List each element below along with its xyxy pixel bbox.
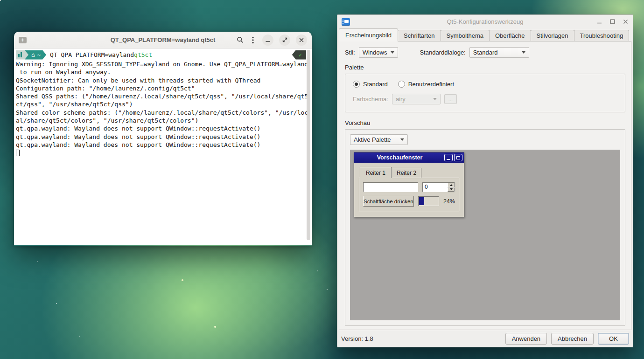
home-icon: ⌂: [31, 52, 35, 58]
preview-window-title: Vorschaufenster: [354, 154, 445, 161]
terminal-line: QSocketNotifier: Can only be used with t…: [16, 76, 312, 84]
colorscheme-browse-button[interactable]: ...: [444, 94, 457, 104]
preview-progressbar: [418, 196, 439, 206]
preview-tab-1: Reiter 1: [360, 167, 392, 178]
menu-kebab-icon[interactable]: [249, 36, 257, 44]
style-label: Stil:: [345, 49, 355, 56]
palette-section-label: Palette: [345, 64, 625, 71]
prompt-path: ~: [37, 52, 41, 58]
preview-window-titlebar: Vorschaufenster: [354, 152, 464, 163]
cancel-button[interactable]: Abbrechen: [551, 333, 594, 345]
qt5ct-app-icon: [342, 18, 350, 25]
spin-up-icon: [448, 183, 455, 187]
colorscheme-label: Farbschema:: [353, 96, 388, 103]
terminal-line: ct/qss", "/usr/share/qt5ct/qss"): [16, 100, 312, 108]
preview-palette-combobox[interactable]: Aktive Palette: [350, 134, 408, 145]
spin-down-icon: [448, 187, 455, 192]
exit-status-badge: ✓: [292, 50, 306, 60]
preview-spinbox: 0: [422, 182, 455, 192]
preview-progress-text: 24%: [443, 198, 455, 205]
terminal-window: QT_QPA_PLATFORM=wayland qt5ct +: [14, 32, 312, 246]
radio-benutzerdefiniert[interactable]: Benutzerdefiniert: [398, 81, 454, 88]
prompt-command: QT_QPA_PLATFORM=wayland: [50, 51, 134, 58]
terminal-line: Shared color scheme paths: ("/home/laure…: [16, 109, 312, 117]
terminal-titlebar[interactable]: QT_QPA_PLATFORM=wayland qt5ct +: [14, 32, 312, 48]
close-button[interactable]: [296, 35, 307, 46]
qt5ct-minimize-button[interactable]: [596, 19, 602, 25]
terminal-line: to run on Wayland anyway.: [16, 68, 312, 76]
chevron-down-icon: [522, 51, 525, 54]
style-combobox[interactable]: Windows: [359, 47, 399, 58]
tab-oberflaeche[interactable]: Oberfläche: [489, 30, 531, 41]
radio-icon: [398, 81, 405, 88]
version-label: Version: 1.8: [341, 335, 373, 342]
ok-button[interactable]: OK: [598, 333, 629, 345]
desktop-wallpaper: QT_QPA_PLATFORM=wayland qt5ct +: [0, 0, 644, 359]
preview-lineedit: [363, 182, 418, 192]
tab-erscheinungsbild[interactable]: Erscheinungsbild: [339, 28, 398, 41]
preview-section-label: Vorschau: [345, 119, 625, 126]
terminal-prompt-row: ⌂ ~ QT_QPA_PLATFORM=wayland qt5ct ✓: [16, 50, 312, 60]
preview-tab-panel: 0 Schaltfläche drücken: [359, 178, 459, 211]
prompt-argument: qt5ct: [134, 51, 152, 58]
radio-standard[interactable]: Standard: [353, 81, 388, 88]
qt5ct-footer: Version: 1.8 Anwenden Abbrechen OK: [337, 330, 633, 347]
wallpaper-stars: [0, 0, 1, 1]
new-tab-icon[interactable]: +: [19, 37, 27, 43]
palette-groupbox: Standard Benutzerdefiniert Farbschema: a…: [345, 74, 625, 112]
tab-symbolthema[interactable]: Symbolthema: [441, 30, 490, 41]
qt5ct-window-title: Qt5-Konfigurationswerkzeug: [337, 18, 633, 25]
terminal-scrollbar[interactable]: [307, 50, 310, 240]
radio-icon: [353, 81, 360, 88]
dialogs-combobox[interactable]: Standard: [469, 47, 529, 58]
preview-maximize-button: [454, 154, 462, 161]
chevron-down-icon: [433, 98, 437, 100]
apply-button[interactable]: Anwenden: [505, 333, 547, 345]
qt5ct-close-button[interactable]: [622, 19, 629, 25]
tab-stilvorlagen[interactable]: Stilvorlagen: [531, 30, 574, 41]
qt5ct-titlebar[interactable]: Qt5-Konfigurationswerkzeug: [337, 15, 633, 28]
check-icon: ✓: [299, 52, 302, 58]
minimize-button[interactable]: [262, 35, 273, 46]
preview-mini-window: Vorschaufenster Reiter 1 Reiter 2: [354, 152, 464, 217]
preview-canvas: Vorschaufenster Reiter 1 Reiter 2: [350, 150, 620, 320]
terminal-line: qt.qpa.wayland: Wayland does not support…: [16, 141, 312, 149]
terminal-line: al/share/qt5ct/colors", "/usr/share/qt5c…: [16, 117, 312, 124]
qt5ct-tabbar: Erscheinungsbild Schriftarten Symbolthem…: [337, 28, 633, 41]
dialogs-label: Standarddialoge:: [420, 49, 465, 56]
preview-pushbutton: Schaltfläche drücken: [363, 196, 414, 207]
chevron-down-icon: [400, 138, 404, 141]
tab-schriftarten[interactable]: Schriftarten: [398, 30, 441, 41]
tab-troubleshooting[interactable]: Troubleshooting: [574, 30, 630, 41]
preview-groupbox: Aktive Palette Vorschaufenster: [345, 129, 625, 326]
preview-tab-2: Reiter 2: [392, 168, 421, 178]
terminal-line: qt.qpa.wayland: Wayland does not support…: [16, 124, 312, 132]
terminal-content[interactable]: ⌂ ~ QT_QPA_PLATFORM=wayland qt5ct ✓ Warn…: [14, 48, 312, 245]
terminal-cursor: [16, 150, 20, 156]
terminal-line: Warning: Ignoring XDG_SESSION_TYPE=wayla…: [16, 60, 312, 68]
restore-button[interactable]: [279, 35, 290, 46]
tab-page-erscheinungsbild: Stil: Windows Standarddialoge: Standard …: [339, 41, 631, 330]
terminal-line: qt.qpa.wayland: Wayland does not support…: [16, 133, 312, 141]
chevron-down-icon: [391, 51, 394, 54]
terminal-line: Configuration path: "/home/laurenz/.conf…: [16, 84, 312, 92]
terminal-line: Shared QSS paths: ("/home/laurenz/.local…: [16, 92, 312, 100]
colorscheme-combobox[interactable]: airy: [392, 94, 441, 104]
qt5ct-maximize-button[interactable]: [609, 19, 616, 25]
preview-minimize-button: [444, 154, 453, 161]
qt5ct-window: Qt5-Konfigurationswerkzeug Erscheinungsb…: [337, 14, 633, 347]
search-icon[interactable]: [236, 36, 244, 44]
